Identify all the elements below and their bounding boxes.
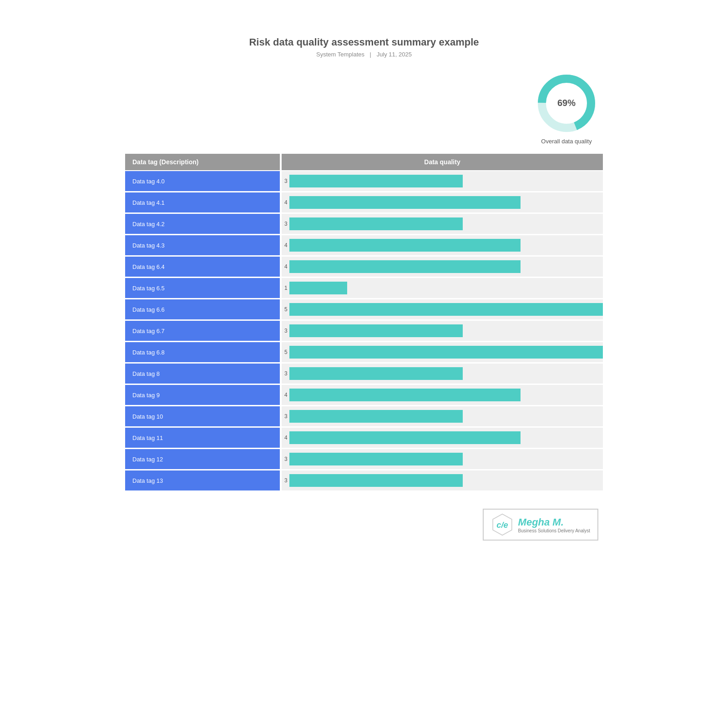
bar-4	[289, 260, 521, 273]
bar-wrapper-4: 4	[282, 258, 603, 275]
bar-wrapper-14: 3	[282, 472, 603, 489]
table-row: Data tag 6.85	[125, 342, 603, 362]
bar-wrapper-10: 4	[282, 387, 603, 403]
watermark: c/e Megha M. Business Solutions Delivery…	[125, 509, 603, 541]
cell-quality-0: 3	[282, 171, 603, 191]
cell-tag-14: Data tag 13	[125, 470, 280, 490]
bar-5	[289, 282, 347, 294]
bar-7	[289, 324, 463, 337]
bar-wrapper-11: 3	[282, 408, 603, 425]
bar-wrapper-8: 5	[282, 344, 603, 360]
bar-value-label-1: 4	[282, 199, 289, 206]
table-row: Data tag 123	[125, 449, 603, 469]
bar-3	[289, 239, 521, 252]
cell-tag-8: Data tag 6.8	[125, 342, 280, 362]
bar-value-label-5: 1	[282, 285, 289, 291]
cell-quality-5: 1	[282, 278, 603, 298]
bar-2	[289, 217, 463, 230]
watermark-text: Megha M. Business Solutions Delivery Ana…	[518, 516, 590, 533]
cell-quality-1: 4	[282, 192, 603, 212]
bar-value-label-2: 3	[282, 221, 289, 227]
cell-quality-13: 3	[282, 449, 603, 469]
bar-value-label-13: 3	[282, 456, 289, 462]
col-header-quality: Data quality	[282, 154, 603, 170]
bar-value-label-4: 4	[282, 263, 289, 270]
cell-tag-4: Data tag 6.4	[125, 257, 280, 277]
table-row: Data tag 6.44	[125, 257, 603, 277]
cell-tag-13: Data tag 12	[125, 449, 280, 469]
bar-value-label-8: 5	[282, 349, 289, 355]
svg-text:c/e: c/e	[496, 520, 508, 530]
bar-wrapper-2: 3	[282, 216, 603, 232]
table-body: Data tag 4.03Data tag 4.14Data tag 4.23D…	[125, 171, 603, 490]
page-title: Risk data quality assessment summary exa…	[125, 36, 603, 48]
cell-tag-11: Data tag 10	[125, 406, 280, 426]
table-row: Data tag 114	[125, 428, 603, 448]
donut-container: 69% Overall data quality	[535, 71, 598, 145]
bar-wrapper-3: 4	[282, 237, 603, 253]
data-table: Data tag (Description) Data quality Data…	[125, 154, 603, 490]
bar-value-label-9: 3	[282, 370, 289, 377]
cell-tag-10: Data tag 9	[125, 385, 280, 405]
watermark-title: Business Solutions Delivery Analyst	[518, 528, 590, 533]
bar-value-label-6: 5	[282, 306, 289, 313]
subtitle-separator: |	[370, 51, 371, 58]
subtitle-date: July 11, 2025	[377, 51, 412, 58]
bar-wrapper-5: 1	[282, 280, 603, 296]
header: Risk data quality assessment summary exa…	[125, 36, 603, 58]
cell-quality-9: 3	[282, 364, 603, 384]
col-header-tag: Data tag (Description)	[125, 154, 280, 170]
bar-wrapper-0: 3	[282, 173, 603, 189]
cell-tag-0: Data tag 4.0	[125, 171, 280, 191]
donut-label: Overall data quality	[541, 138, 592, 145]
bar-value-label-10: 4	[282, 392, 289, 398]
bar-wrapper-1: 4	[282, 194, 603, 211]
top-section: 69% Overall data quality	[125, 71, 603, 145]
cell-tag-12: Data tag 11	[125, 428, 280, 448]
bar-wrapper-9: 3	[282, 365, 603, 382]
table-row: Data tag 6.51	[125, 278, 603, 298]
table-header: Data tag (Description) Data quality	[125, 154, 603, 170]
donut-percent-text: 69%	[557, 98, 576, 108]
watermark-name: Megha M.	[518, 516, 590, 528]
cell-tag-5: Data tag 6.5	[125, 278, 280, 298]
bar-wrapper-12: 4	[282, 430, 603, 446]
watermark-hex-icon: c/e	[491, 513, 514, 536]
table-row: Data tag 94	[125, 385, 603, 405]
bar-value-label-12: 4	[282, 435, 289, 441]
table-row: Data tag 4.34	[125, 235, 603, 255]
page-wrapper: Risk data quality assessment summary exa…	[125, 36, 603, 541]
cell-tag-2: Data tag 4.2	[125, 214, 280, 234]
bar-13	[289, 453, 463, 465]
bar-wrapper-13: 3	[282, 451, 603, 467]
table-row: Data tag 133	[125, 470, 603, 490]
cell-quality-10: 4	[282, 385, 603, 405]
table-row: Data tag 6.65	[125, 299, 603, 319]
bar-wrapper-6: 5	[282, 301, 603, 318]
bar-wrapper-7: 3	[282, 323, 603, 339]
bar-6	[289, 303, 603, 316]
watermark-box: c/e Megha M. Business Solutions Delivery…	[483, 509, 598, 541]
table-row: Data tag 4.23	[125, 214, 603, 234]
bar-10	[289, 389, 521, 401]
table-row: Data tag 6.73	[125, 321, 603, 341]
table-row: Data tag 4.14	[125, 192, 603, 212]
bar-value-label-14: 3	[282, 477, 289, 484]
bar-9	[289, 367, 463, 380]
cell-quality-3: 4	[282, 235, 603, 255]
table-row: Data tag 83	[125, 364, 603, 384]
cell-tag-6: Data tag 6.6	[125, 299, 280, 319]
subtitle-source: System Templates	[316, 51, 364, 58]
cell-quality-4: 4	[282, 257, 603, 277]
bar-value-label-11: 3	[282, 413, 289, 420]
table-row: Data tag 4.03	[125, 171, 603, 191]
bar-0	[289, 175, 463, 187]
cell-quality-14: 3	[282, 470, 603, 490]
bar-value-label-0: 3	[282, 178, 289, 184]
bar-8	[289, 346, 603, 359]
bar-value-label-7: 3	[282, 328, 289, 334]
bar-1	[289, 196, 521, 209]
cell-tag-3: Data tag 4.3	[125, 235, 280, 255]
table-row: Data tag 103	[125, 406, 603, 426]
cell-quality-7: 3	[282, 321, 603, 341]
